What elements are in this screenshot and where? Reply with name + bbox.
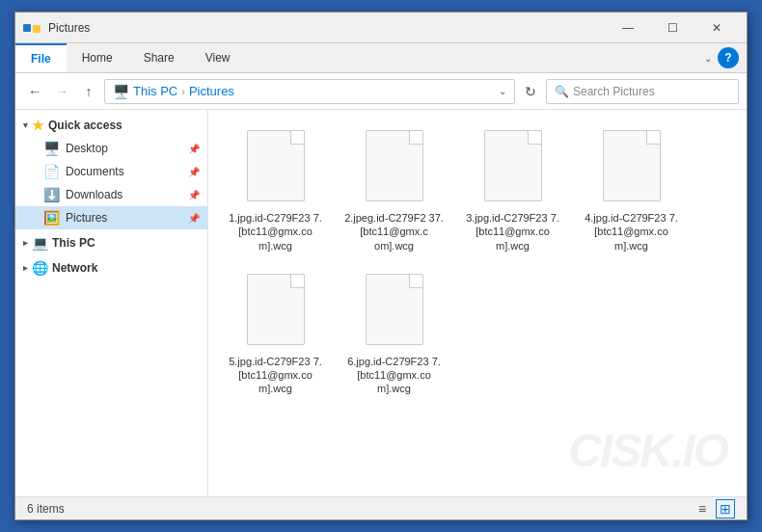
search-placeholder: Search Pictures [573,85,655,98]
pin-icon-pictures: 📌 [188,213,200,224]
pin-icon-downloads: 📌 [188,190,200,200]
file-grid: 1.jpg.id-C279F23 7.[btc11@gmx.co m].wcg2… [220,121,735,401]
address-bar: ← → ↑ 🖥️ This PC › Pictures ⌄ ↻ 🔍 Search… [15,73,747,110]
file-page-icon [366,274,423,345]
status-bar: 6 items ≡ ⊞ [15,496,747,519]
tab-home[interactable]: Home [67,43,128,72]
path-pictures[interactable]: Pictures [189,84,234,98]
network-expand-icon: ▸ [23,263,28,273]
sidebar: ▾ ★ Quick access 🖥️ Desktop 📌 📄 Document… [15,110,208,496]
path-this-pc[interactable]: This PC [133,84,177,98]
tab-share[interactable]: Share [128,43,190,72]
this-pc-expand-icon: ▸ [23,238,28,248]
title-bar: Pictures — ☐ ✕ [15,13,747,43]
network-icon: 🌐 [32,260,48,276]
list-view-button[interactable]: ≡ [693,499,712,519]
this-pc-label: This PC [52,236,95,250]
file-label: 5.jpg.id-C279F23 7.[btc11@gmx.co m].wcg [225,355,326,396]
sidebar-label-pictures: Pictures [66,211,107,225]
sidebar-item-downloads[interactable]: ⬇️ Downloads 📌 [15,183,207,206]
minimize-button[interactable]: — [606,13,650,43]
file-label: 2.jpeg.id-C279F2 37.[btc11@gmx.c om].wcg [343,211,445,253]
window-controls: — ☐ ✕ [606,13,739,43]
explorer-window: Pictures — ☐ ✕ File Home Share View ⌄ ? … [14,12,748,520]
ribbon-chevron-icon[interactable]: ⌄ [704,53,712,64]
file-label: 1.jpg.id-C279F23 7.[btc11@gmx.co m].wcg [225,211,326,253]
sidebar-item-desktop[interactable]: 🖥️ Desktop 📌 [15,137,207,160]
star-icon: ★ [32,118,44,133]
file-item-2[interactable]: 2.jpeg.id-C279F2 37.[btc11@gmx.c om].wcg [339,121,449,257]
quick-access-label: Quick access [48,119,122,132]
ribbon-help-area: ⌄ ? [704,43,747,72]
file-item-6[interactable]: 6.jpg.id-C279F23 7.[btc11@gmx.co m].wcg [339,265,449,401]
file-icon-area [242,274,310,351]
documents-icon: 📄 [42,164,60,179]
sidebar-item-pictures[interactable]: 🖼️ Pictures 📌 [15,206,207,229]
grid-view-button[interactable]: ⊞ [716,499,735,519]
sidebar-item-documents[interactable]: 📄 Documents 📌 [15,160,207,183]
pin-icon-desktop: 📌 [188,144,200,154]
file-icon-area [479,130,547,207]
window-title: Pictures [48,21,606,35]
file-icon-area [361,274,428,351]
desktop-icon: 🖥️ [42,141,60,156]
file-page-icon [366,130,423,201]
tab-view[interactable]: View [190,43,246,72]
file-item-1[interactable]: 1.jpg.id-C279F23 7.[btc11@gmx.co m].wcg [220,121,331,257]
file-page-icon [247,274,305,345]
tab-file[interactable]: File [15,43,67,72]
maximize-button[interactable]: ☐ [650,13,694,43]
content-area: 1.jpg.id-C279F23 7.[btc11@gmx.co m].wcg2… [208,110,747,496]
this-pc-header[interactable]: ▸ 💻 This PC [15,231,207,254]
main-area: ▾ ★ Quick access 🖥️ Desktop 📌 📄 Document… [15,110,747,496]
path-separator-1: › [181,86,185,97]
file-page-icon [603,130,661,201]
pictures-icon: 🖼️ [42,210,60,226]
ribbon-tabs: File Home Share View ⌄ ? [15,43,747,72]
file-page-icon [247,130,305,201]
search-box[interactable]: 🔍 Search Pictures [546,79,739,104]
file-label: 4.jpg.id-C279F23 7.[btc11@gmx.co m].wcg [581,211,682,253]
network-label: Network [52,261,97,275]
network-section: ▸ 🌐 Network [15,256,207,279]
address-path[interactable]: 🖥️ This PC › Pictures ⌄ [104,79,515,104]
forward-button[interactable]: → [50,80,73,103]
file-page-icon [484,130,542,201]
quick-access-header[interactable]: ▾ ★ Quick access [15,114,207,137]
sidebar-label-desktop: Desktop [66,142,108,155]
path-dropdown-icon[interactable]: ⌄ [499,86,506,96]
file-item-4[interactable]: 4.jpg.id-C279F23 7.[btc11@gmx.co m].wcg [576,121,687,257]
pc-icon: 💻 [32,235,48,251]
file-icon-area [242,130,310,207]
up-button[interactable]: ↑ [77,80,100,103]
file-label: 6.jpg.id-C279F23 7.[btc11@gmx.co m].wcg [343,355,445,396]
view-controls: ≡ ⊞ [693,499,735,519]
back-button[interactable]: ← [23,80,46,103]
file-label: 3.jpg.id-C279F23 7.[btc11@gmx.co m].wcg [462,211,563,253]
expand-icon: ▾ [23,120,28,130]
file-item-3[interactable]: 3.jpg.id-C279F23 7.[btc11@gmx.co m].wcg [457,121,568,257]
ribbon: File Home Share View ⌄ ? [15,43,747,73]
help-button[interactable]: ? [718,47,739,68]
quick-access-section: ▾ ★ Quick access 🖥️ Desktop 📌 📄 Document… [15,114,207,229]
window-icon [23,18,42,38]
downloads-icon: ⬇️ [42,187,60,202]
network-header[interactable]: ▸ 🌐 Network [15,256,207,279]
this-pc-section: ▸ 💻 This PC [15,231,207,254]
sidebar-label-downloads: Downloads [66,188,122,201]
file-icon-area [598,130,666,207]
file-item-5[interactable]: 5.jpg.id-C279F23 7.[btc11@gmx.co m].wcg [220,265,331,401]
file-icon-area [361,130,428,207]
search-icon: 🔍 [555,85,569,98]
sidebar-label-documents: Documents [66,165,124,178]
close-button[interactable]: ✕ [694,13,739,43]
item-count: 6 items [27,502,65,516]
watermark: CISK.IO [568,424,727,477]
pin-icon-documents: 📌 [188,167,200,177]
refresh-button[interactable]: ↻ [519,80,542,103]
